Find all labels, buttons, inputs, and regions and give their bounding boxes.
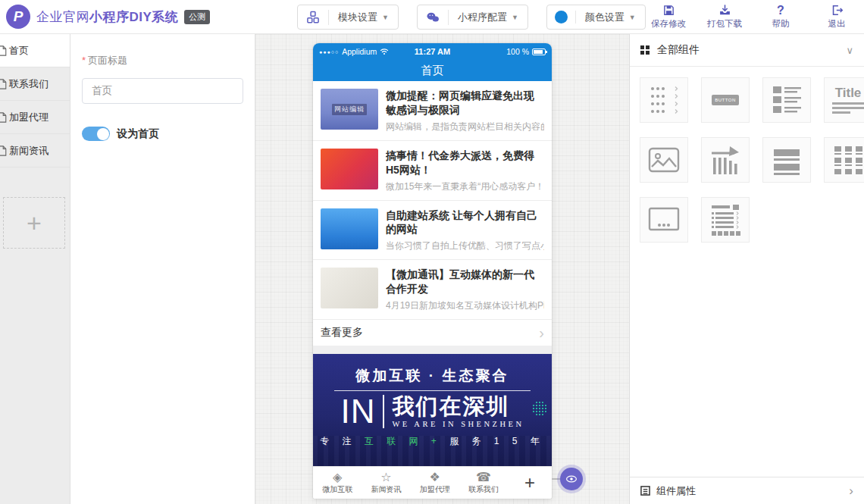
component-properties-label: 组件属性 (656, 484, 696, 498)
news-item[interactable]: 自助建站系统 让每个人拥有自己的网站 当你习惯了自拍上传优酷、习惯了写点小... (313, 201, 552, 261)
pages-sidebar: 首页 联系我们 加盟代理 新闻资讯 + (0, 34, 70, 504)
menu-list-component[interactable] (640, 77, 688, 123)
detail-list-icon (708, 203, 743, 236)
icon-grid-icon (831, 143, 864, 177)
exit-icon (831, 4, 844, 17)
banner-in-text: IN (340, 396, 375, 427)
view-more-button[interactable]: 查看更多 › (313, 320, 552, 346)
title-icon: Title (835, 86, 862, 99)
image-icon (647, 146, 681, 174)
components-panel: 全部组件 ∨ BUTTON (629, 34, 864, 504)
page-icon (0, 146, 7, 156)
help-button[interactable]: ? 帮助 (761, 4, 800, 30)
tags-icon: ❖ (430, 471, 440, 484)
theme-color-swatch (547, 11, 576, 23)
tab-agency[interactable]: ❖ 加盟代理 (411, 471, 459, 495)
stats-arrow-component[interactable] (701, 137, 750, 183)
wifi-icon (380, 48, 389, 55)
preview-button[interactable] (560, 468, 583, 490)
news-item[interactable]: 搞事情！代金券大派送，免费得H5网站！ 微加15年来一直秉承着“用心感动客户！”… (313, 141, 552, 201)
signal-dots: ●●●○○ (319, 49, 339, 55)
button-icon: BUTTON (712, 95, 739, 105)
color-settings-label: 颜色设置 (585, 11, 625, 24)
modules-icon (298, 10, 329, 25)
news-list-component[interactable]: 网站编辑 微加提醒：网页编辑应避免出现敏感词与极限词 网站编辑，是指负责网站栏目… (313, 81, 552, 346)
tab-contact[interactable]: ☎ 联系我们 (459, 471, 508, 495)
carousel-icon (646, 206, 681, 233)
save-icon (662, 4, 675, 17)
color-settings-button[interactable]: 颜色设置▼ (546, 5, 646, 30)
phone-status-bar: ●●●○○ Applidium 11:27 AM 100 % (313, 43, 552, 60)
phone-preview: ●●●○○ Applidium 11:27 AM 100 % 首页 网站编辑 微… (313, 43, 552, 499)
news-excerpt: 网站编辑，是指负责网站栏目相关内容的... (386, 121, 544, 133)
page-icon (0, 112, 7, 123)
rows-component[interactable] (762, 137, 811, 183)
page-settings-panel: *页面标题 设为首页 (70, 34, 255, 504)
page-icon (0, 45, 7, 56)
news-item[interactable]: 网站编辑 微加提醒：网页编辑应避免出现敏感词与极限词 网站编辑，是指负责网站栏目… (313, 81, 552, 141)
module-settings-button[interactable]: 模块设置▼ (297, 5, 399, 30)
component-properties-bar[interactable]: 组件属性 › (630, 477, 864, 504)
eye-icon (565, 472, 578, 486)
add-tab-button[interactable]: + (508, 472, 552, 493)
banner-slogan: 专 注 互 联 网 + 服 务 1 5 年 (313, 435, 552, 448)
title-component[interactable]: Title (824, 77, 864, 123)
image-component[interactable] (640, 137, 688, 183)
download-icon (718, 4, 731, 17)
phone-nav-title: 首页 (421, 64, 444, 78)
carrier-label: Applidium (342, 47, 377, 56)
section-gap (313, 346, 552, 354)
page-icon (0, 79, 7, 89)
banner-image-component[interactable]: 微加互联 · 生态聚合 IN 我们在深圳 WE ARE IN SHENZHEN … (313, 354, 552, 466)
detail-list-component[interactable] (701, 197, 750, 243)
image-text-list-icon (769, 84, 804, 116)
image-text-list-component[interactable] (762, 77, 811, 123)
app-title-bold: 小程序DIY系统 (89, 10, 178, 24)
set-home-toggle[interactable] (82, 127, 110, 141)
brand: P 企业官网小程序DIY系统 公测 (6, 5, 210, 29)
sidebar-item-agency[interactable]: 加盟代理 (0, 101, 70, 134)
sidebar-item-contact[interactable]: 联系我们 (0, 67, 70, 101)
miniprogram-config-label: 小程序配置 (458, 11, 507, 24)
clock: 11:27 AM (395, 47, 471, 56)
components-panel-header[interactable]: 全部组件 ∨ (630, 34, 864, 67)
banner-en-text: WE ARE IN SHENZHEN (392, 420, 524, 428)
beta-badge: 公测 (184, 10, 210, 24)
plus-icon: + (27, 208, 42, 238)
chevron-right-icon: › (849, 484, 853, 499)
news-title: 微加提醒：网页编辑应避免出现敏感词与极限词 (386, 89, 544, 117)
save-button[interactable]: 保存修改 (649, 4, 688, 30)
news-thumbnail: 网站编辑 (321, 89, 378, 130)
sidebar-item-news[interactable]: 新闻资讯 (0, 134, 70, 167)
news-excerpt: 微加15年来一直秉承着“用心感动客户！”的... (386, 180, 544, 193)
news-title: 自助建站系统 让每个人拥有自己的网站 (386, 208, 544, 237)
stats-arrow-icon (709, 144, 742, 176)
sidebar-item-home[interactable]: 首页 (0, 34, 70, 67)
chevron-down-icon: ▼ (629, 14, 636, 21)
app-header: P 企业官网小程序DIY系统 公测 模块设置▼ 小程序配置▼ 颜色设置▼ 保存修… (0, 0, 864, 34)
chevron-down-icon: ▼ (382, 14, 389, 21)
tab-brand[interactable]: ◈ 微加互联 (313, 471, 362, 495)
icon-grid-component[interactable] (824, 137, 864, 183)
banner-headline: 微加互联 · 生态聚合 (313, 366, 552, 386)
star-icon: ☆ (380, 471, 391, 484)
miniprogram-config-button[interactable]: 小程序配置▼ (417, 5, 528, 30)
logo-glyph: P (14, 8, 23, 25)
download-button[interactable]: 打包下载 (705, 4, 744, 30)
carousel-component[interactable] (640, 197, 688, 243)
news-title: 【微加通讯】互动媒体的新一代合作开发 (386, 268, 544, 296)
page-title-input[interactable] (82, 78, 243, 104)
tab-news[interactable]: ☆ 新闻资讯 (362, 471, 410, 495)
page-title-label: *页面标题 (82, 54, 243, 67)
chevron-down-icon: ∨ (846, 45, 853, 56)
brand-diamond-icon: ◈ (333, 471, 342, 484)
exit-button[interactable]: 退出 (817, 4, 856, 30)
config-button-group: 模块设置▼ 小程序配置▼ 颜色设置▼ (297, 5, 646, 30)
news-excerpt: 当你习惯了自拍上传优酷、习惯了写点小... (386, 239, 544, 252)
properties-icon (640, 486, 650, 496)
news-item[interactable]: 【微加通讯】互动媒体的新一代合作开发 4月19日新加坡知名互动媒体设计机构Pin… (313, 260, 552, 320)
news-thumbnail (321, 149, 378, 189)
add-page-button[interactable]: + (3, 197, 65, 249)
phone-icon: ☎ (476, 471, 491, 484)
button-component[interactable]: BUTTON (701, 77, 750, 123)
